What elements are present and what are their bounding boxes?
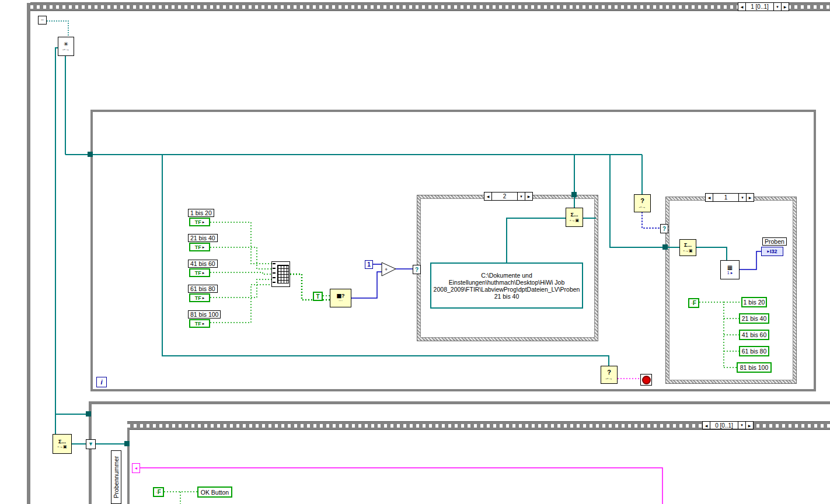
bottom-sequence-left-border <box>127 429 130 504</box>
coerce-node[interactable]: ▼ <box>86 439 96 449</box>
sigma-icon: Σ... <box>684 243 692 248</box>
ok-button-terminal[interactable]: OK Button <box>197 487 232 498</box>
bottom-sequence-selector[interactable]: ◀ 0 [0..1] ▼ ▶ <box>702 421 754 429</box>
build-array-node[interactable] <box>271 261 290 287</box>
bool-control-label[interactable]: 21 bis 40 <box>188 234 218 242</box>
dots-glyph: ··· <box>339 299 343 303</box>
top-sequence-selector[interactable]: ◀ 1 [0..1] ▼ ▶ <box>738 2 789 11</box>
file-out-icon: -▫→ <box>606 376 613 380</box>
file-path-constant[interactable]: C:\Dokumente und Einstellungen\huthmach\… <box>430 262 583 309</box>
false-constant[interactable]: ▫ F <box>153 487 164 497</box>
true-glyph: T <box>316 293 319 300</box>
case-display-selector[interactable]: ◀ 1 ▼ ▶ <box>705 193 754 202</box>
open-file-node[interactable]: ✳ -▫→ <box>58 37 74 56</box>
case-display-value[interactable]: 1 <box>713 194 739 201</box>
down-arrow-icon: ▼ <box>88 442 93 447</box>
question-icon: ? <box>640 198 644 205</box>
one-arrow-glyph: 1 ▸ <box>727 271 733 275</box>
feedback-arrow-icon: ◄ <box>134 466 138 470</box>
magenta-wires <box>140 379 662 504</box>
bool-control-label[interactable]: 81 bis 100 <box>188 310 221 318</box>
true-constant[interactable]: T <box>313 292 323 301</box>
sigma-icon: Σ... <box>58 439 66 444</box>
bool-indicator[interactable]: 81 bis 100 <box>737 362 772 373</box>
file-out-icon: -▫→ <box>639 205 646 209</box>
case-files-selector[interactable]: ◀ 2 ▼ ▶ <box>484 192 533 201</box>
indicator-arrow-icon: ▸ <box>767 249 769 254</box>
case-dropdown-icon[interactable]: ▼ <box>518 192 525 200</box>
stop-button-terminal[interactable] <box>640 374 652 386</box>
search-array-node[interactable]: ▦? ··· <box>330 289 351 307</box>
box-arrow-icon: ▫→▣ <box>570 218 579 222</box>
proben-indicator-label[interactable]: Proben <box>762 237 787 246</box>
sigma-icon: Σ... <box>571 212 578 218</box>
prev-frame-arrow-icon[interactable]: ◀ <box>738 3 745 10</box>
case-display-selector-terminal[interactable]: ? <box>660 224 668 233</box>
bottom-sequence-frame-label[interactable]: 0 [0..1] <box>710 422 738 429</box>
case-structure-display-frame <box>669 200 793 380</box>
shift-register-node[interactable]: ◄ <box>132 463 140 473</box>
case-files-value[interactable]: 2 <box>491 192 518 200</box>
case-files-selector-terminal[interactable]: ? <box>413 265 421 274</box>
one-constant[interactable]: 1 <box>365 260 373 269</box>
bool-control-terminal[interactable]: TF ▸ <box>189 243 210 251</box>
tf-glyph: TF <box>195 219 201 225</box>
array-grid-icon <box>277 265 289 284</box>
next-frame-arrow-icon[interactable]: ▶ <box>782 3 789 10</box>
terminal-arrow-icon: ▸ <box>203 296 205 300</box>
frame-dropdown-icon[interactable]: ▼ <box>774 3 782 10</box>
bool-indicator[interactable]: 61 bis 80 <box>739 346 769 356</box>
probennummer-label[interactable]: Probennummer <box>111 450 121 504</box>
array-to-string-node[interactable]: Σ... ▫→▣ <box>53 434 72 454</box>
array-to-string-node[interactable]: Σ... ▫→▣ <box>566 208 583 227</box>
case-dropdown-icon[interactable]: ▼ <box>739 194 747 201</box>
bool-control-terminal[interactable]: TF ▸ <box>189 268 210 277</box>
prev-case-arrow-icon[interactable]: ◀ <box>484 192 491 200</box>
bool-control-label[interactable]: 41 bis 60 <box>188 260 218 268</box>
check-path-node[interactable]: ? -▫→ <box>601 366 618 384</box>
top-sequence-frame-label[interactable]: 1 [0..1] <box>745 3 774 10</box>
array-inputs-icon <box>273 263 275 285</box>
next-case-arrow-icon[interactable]: ▶ <box>525 192 532 200</box>
bool-control-terminal[interactable]: TF ▸ <box>189 218 210 226</box>
asterisk-icon: ✳ <box>64 41 68 48</box>
bool-indicator[interactable]: 41 bis 60 <box>739 330 769 340</box>
file-out-icon: -▫→ <box>62 47 69 51</box>
bool-control-label[interactable]: 1 bis 20 <box>188 209 214 217</box>
false-constant[interactable]: ▫ F <box>688 298 699 308</box>
case-structure-display <box>665 197 797 384</box>
terminal-arrow-icon: ▸ <box>203 245 205 250</box>
number-display-node[interactable]: ▦ 1 ▸ <box>720 260 740 279</box>
while-loop-iteration-terminal[interactable]: i <box>96 377 107 387</box>
bool-control-terminal[interactable]: TF ▸ <box>189 293 210 302</box>
box-arrow-icon: ▫→▣ <box>57 444 67 449</box>
bool-indicator[interactable]: 1 bis 20 <box>741 297 767 307</box>
bool-indicator[interactable]: 21 bis 40 <box>739 313 769 324</box>
bool-control-terminal[interactable]: TF ▸ <box>189 319 210 328</box>
outer-sequence-left-border <box>27 3 30 504</box>
check-path-node[interactable]: ? -▫→ <box>634 194 651 212</box>
prev-frame-arrow-icon[interactable]: ◀ <box>703 422 710 429</box>
bool-control-label[interactable]: 61 bis 80 <box>188 285 218 293</box>
next-frame-arrow-icon[interactable]: ▶ <box>746 422 753 429</box>
terminal-arrow-icon: ▸ <box>203 220 205 225</box>
reference-small-node[interactable]: ▫▫ <box>38 16 47 24</box>
next-case-arrow-icon[interactable]: ▶ <box>747 194 754 201</box>
reference-small-node-glyph: ▫▫ <box>41 18 43 22</box>
grid-icon: ▦ <box>336 293 341 299</box>
tf-glyph: TF <box>195 270 201 276</box>
stop-icon <box>642 376 651 384</box>
tf-glyph: TF <box>195 321 201 327</box>
prev-case-arrow-icon[interactable]: ◀ <box>706 194 713 201</box>
box-arrow-icon: ▫→▣ <box>683 249 692 253</box>
array-to-string-node[interactable]: Σ... ▫→▣ <box>679 239 696 256</box>
frame-dropdown-icon[interactable]: ▼ <box>738 422 746 429</box>
false-glyph: F <box>158 489 161 495</box>
i32-glyph: I32 <box>770 249 777 254</box>
terminal-arrow-icon: ▸ <box>203 271 205 275</box>
question-icon: ? <box>607 369 611 376</box>
proben-i32-terminal[interactable]: ▸ I32 <box>761 247 783 256</box>
bottom-structure-top-border <box>89 401 830 404</box>
terminal-arrow-icon: ▸ <box>203 321 205 326</box>
top-sequence-border <box>30 2 830 11</box>
